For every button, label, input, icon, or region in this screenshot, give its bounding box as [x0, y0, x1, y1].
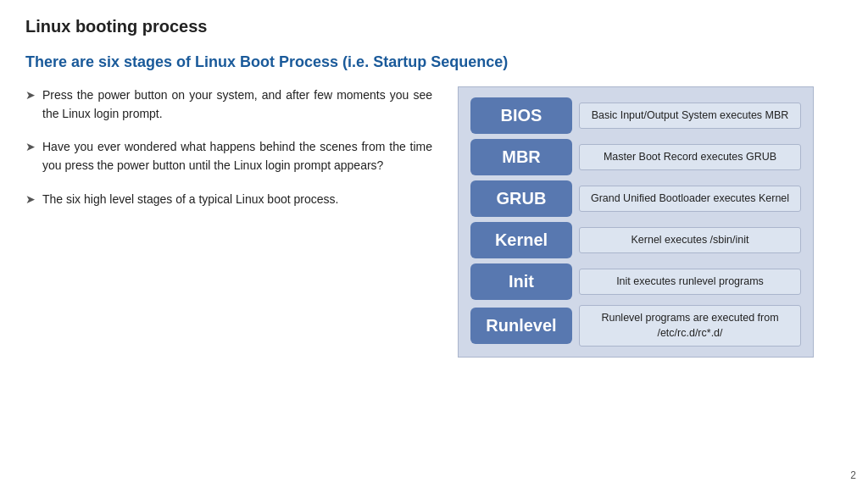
stage-desc-4: Init executes runlevel programs [579, 269, 801, 296]
stage-row-3: Kernel Kernel executes /sbin/init [470, 222, 801, 258]
bullet-arrow-0: ➤ [25, 88, 36, 102]
bullet-item-0: ➤ Press the power button on your system,… [25, 86, 432, 123]
bullet-text-1: Have you ever wondered what happens behi… [42, 138, 432, 175]
stage-desc-1: Master Boot Record executes GRUB [579, 144, 801, 171]
stage-box-3: Kernel [470, 222, 572, 258]
stage-box-1: MBR [470, 139, 572, 175]
stage-row-1: MBR Master Boot Record executes GRUB [470, 139, 801, 175]
bullet-item-2: ➤ The six high level stages of a typical… [25, 191, 432, 209]
stage-desc-2: Grand Unified Bootloader executes Kernel [579, 186, 801, 213]
stage-box-4: Init [470, 263, 572, 300]
left-column: ➤ Press the power button on your system,… [25, 86, 441, 224]
bullet-text-0: Press the power button on your system, a… [42, 86, 432, 123]
stage-row-2: GRUB Grand Unified Bootloader executes K… [470, 180, 801, 217]
bullet-item-1: ➤ Have you ever wondered what happens be… [25, 138, 432, 175]
stage-box-2: GRUB [470, 180, 572, 217]
stage-box-0: BIOS [470, 97, 572, 134]
bullet-arrow-2: ➤ [25, 192, 36, 206]
slide-title: Linux booting process [25, 17, 843, 40]
content-area: ➤ Press the power button on your system,… [25, 86, 843, 358]
stage-row-0: BIOS Basic Input/Output System executes … [470, 97, 801, 134]
stage-row-5: Runlevel Runlevel programs are executed … [470, 305, 801, 347]
bullet-text-2: The six high level stages of a typical L… [42, 191, 338, 209]
stage-desc-0: Basic Input/Output System executes MBR [579, 103, 801, 130]
slide: Linux booting process There are six stag… [0, 0, 868, 488]
stage-box-5: Runlevel [470, 308, 572, 344]
stage-row-4: Init Init executes runlevel programs [470, 263, 801, 300]
page-number: 2 [850, 469, 856, 481]
stage-desc-3: Kernel executes /sbin/init [579, 227, 801, 254]
stage-desc-5: Runlevel programs are executed from /etc… [579, 305, 801, 347]
bullet-arrow-1: ➤ [25, 140, 36, 153]
diagram-panel: BIOS Basic Input/Output System executes … [458, 86, 814, 358]
section-heading: There are six stages of Linux Boot Proce… [25, 53, 843, 71]
